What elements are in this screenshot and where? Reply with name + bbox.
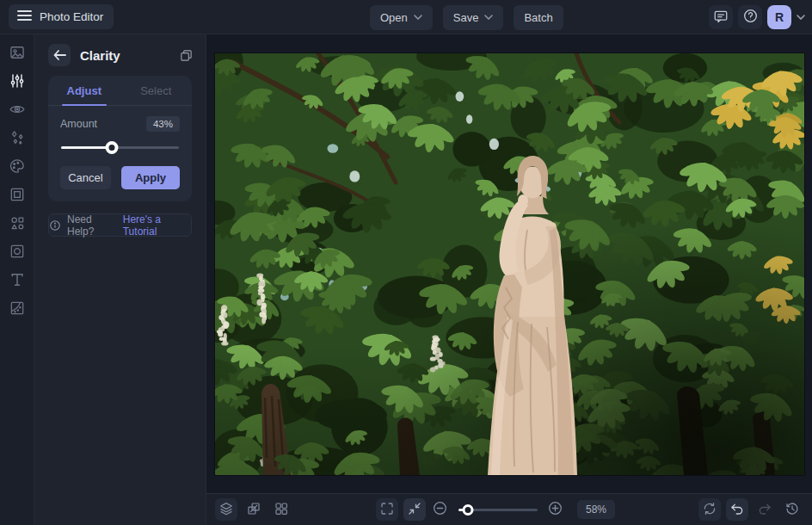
- zoom-level[interactable]: 58%: [577, 500, 615, 519]
- topbar: Photo Editor Open Save Batch: [0, 0, 812, 34]
- sidebar-item-effects[interactable]: [6, 129, 28, 148]
- edited-photo[interactable]: [215, 53, 804, 475]
- tutorial-link[interactable]: Need Help? Here's a Tutorial: [48, 213, 192, 237]
- chevron-down-icon: [414, 15, 422, 20]
- history-icon: [784, 501, 800, 519]
- apply-button[interactable]: Apply: [121, 166, 180, 189]
- sidebar-item-frames[interactable]: [6, 186, 28, 205]
- undo-icon: [729, 501, 745, 519]
- help-icon: [742, 8, 759, 27]
- undo-button[interactable]: [726, 498, 748, 521]
- duplicate-settings-button[interactable]: [179, 48, 194, 63]
- texture-icon: [9, 300, 26, 319]
- sparkles-icon: [9, 129, 26, 149]
- sidebar-item-overlays[interactable]: [6, 243, 28, 262]
- eye-icon: [9, 101, 26, 120]
- tool-sidebar: [0, 34, 34, 525]
- sidebar-item-adjustments[interactable]: [6, 72, 28, 91]
- zoom-out-button[interactable]: [431, 498, 450, 521]
- feedback-button[interactable]: [709, 5, 733, 29]
- cancel-button[interactable]: Cancel: [60, 166, 111, 189]
- overlay-icon: [9, 243, 26, 262]
- resize-icon: [246, 501, 261, 519]
- sliders-icon: [9, 72, 26, 92]
- sidebar-item-touchup[interactable]: [6, 101, 28, 120]
- info-icon: [49, 219, 61, 232]
- grid-icon: [274, 501, 289, 519]
- help-text: Need Help?: [67, 213, 117, 238]
- amount-label: Amount: [60, 118, 97, 130]
- topbar-actions: Open Save Batch: [370, 0, 563, 34]
- amount-slider-handle[interactable]: [105, 141, 118, 154]
- canvas-toolbar: 58%: [206, 493, 812, 525]
- batch-button[interactable]: Batch: [514, 5, 563, 30]
- chevron-down-icon: [484, 15, 493, 20]
- templates-button[interactable]: [270, 498, 292, 521]
- zoom-in-button[interactable]: [546, 498, 565, 521]
- palette-icon: [9, 158, 26, 177]
- avatar[interactable]: R: [767, 5, 791, 29]
- reset-button[interactable]: [698, 498, 721, 521]
- photo-icon: [9, 44, 26, 64]
- resize-button[interactable]: [243, 498, 265, 521]
- workspace: 58%: [206, 34, 812, 525]
- redo-button[interactable]: [754, 498, 776, 521]
- tab-select[interactable]: Select: [120, 76, 193, 105]
- zoom-out-icon: [432, 500, 448, 519]
- help-button[interactable]: [738, 5, 762, 29]
- photo-editor-app: Photo Editor Open Save Batch: [0, 0, 812, 525]
- hamburger-icon: [17, 9, 32, 24]
- panel-title: Clarity: [80, 48, 120, 63]
- clarity-panel: Clarity Adjust Select Amount 43%: [34, 34, 206, 525]
- amount-slider[interactable]: [61, 141, 179, 153]
- shapes-icon: [9, 214, 26, 234]
- frame-icon: [9, 186, 26, 206]
- fit-screen-icon: [407, 501, 422, 519]
- topbar-right: R: [709, 0, 805, 34]
- amount-value[interactable]: 43%: [146, 116, 180, 132]
- back-button[interactable]: [48, 44, 71, 66]
- redo-icon: [757, 501, 772, 519]
- help-link[interactable]: Here's a Tutorial: [123, 213, 191, 238]
- layers-button[interactable]: [215, 498, 237, 521]
- comment-icon: [713, 9, 729, 27]
- zoom-slider-handle[interactable]: [463, 504, 474, 516]
- text-icon: [9, 271, 26, 291]
- sidebar-item-photo[interactable]: [6, 44, 28, 63]
- fit-screen-button[interactable]: [403, 498, 426, 521]
- sidebar-item-text[interactable]: [6, 271, 28, 290]
- tab-adjust[interactable]: Adjust: [48, 76, 120, 105]
- zoom-in-icon: [547, 500, 563, 519]
- layers-icon: [218, 501, 234, 519]
- zoom-slider[interactable]: [458, 503, 538, 516]
- sidebar-item-textures[interactable]: [6, 300, 28, 318]
- adjust-card: Adjust Select Amount 43% Cancel: [48, 76, 192, 201]
- main-menu-button[interactable]: Photo Editor: [9, 4, 114, 29]
- reset-icon: [702, 501, 717, 519]
- fullscreen-icon: [379, 501, 395, 519]
- sidebar-item-graphics[interactable]: [6, 214, 28, 233]
- history-button[interactable]: [781, 498, 803, 521]
- sidebar-item-artsy[interactable]: [6, 158, 28, 176]
- open-button[interactable]: Open: [370, 5, 433, 30]
- canvas-area[interactable]: [206, 34, 812, 493]
- app-title: Photo Editor: [40, 10, 103, 23]
- fullscreen-button[interactable]: [376, 498, 398, 521]
- account-chevron-down-icon[interactable]: [797, 15, 805, 20]
- avatar-initial: R: [775, 10, 784, 24]
- panel-tabs: Adjust Select: [48, 76, 192, 106]
- save-button[interactable]: Save: [443, 5, 504, 30]
